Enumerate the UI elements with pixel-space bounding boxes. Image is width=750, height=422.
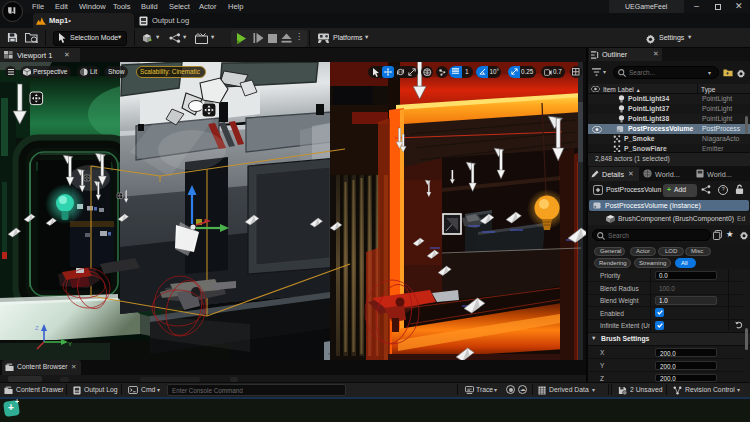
svg-text:Y: Y <box>68 341 72 347</box>
svg-text:Z: Z <box>35 325 39 331</box>
